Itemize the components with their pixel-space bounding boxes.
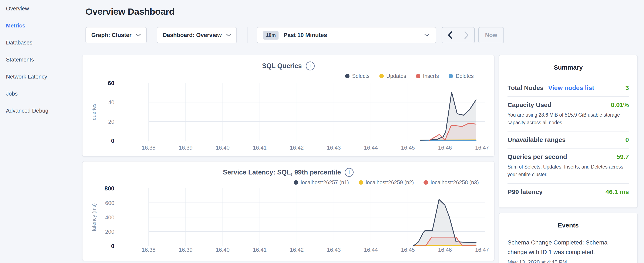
svg-text:16:41: 16:41	[253, 144, 266, 151]
svg-text:16:42: 16:42	[290, 247, 304, 253]
time-next-button[interactable]	[458, 28, 474, 43]
svg-text:16:39: 16:39	[179, 144, 193, 151]
graph-scope-dropdown[interactable]: Graph: Cluster	[86, 27, 147, 43]
summary-row-p99-latency: P99 latency 46.1 ms	[508, 183, 629, 200]
chevron-right-icon	[464, 31, 469, 39]
svg-text:16:41: 16:41	[253, 247, 266, 253]
svg-text:0: 0	[111, 137, 114, 144]
summary-row-capacity-used: Capacity Used 0.01% You are using 28.6 M…	[508, 96, 629, 131]
sql-queries-chart-card: SQL Queries i SelectsUpdatesInsertsDelet…	[82, 55, 494, 157]
svg-text:queries: queries	[91, 103, 97, 120]
chevron-down-icon	[424, 34, 430, 37]
sidebar-item-databases[interactable]: Databases	[0, 34, 82, 51]
page-title: Overview Dashboard	[86, 7, 174, 17]
service-latency-chart-card: Service Latency: SQL, 99th percentile i …	[82, 161, 494, 261]
now-button[interactable]: Now	[478, 27, 504, 43]
events-title: Events	[508, 222, 629, 229]
svg-text:16:47: 16:47	[475, 247, 489, 253]
summary-row-value: 0	[625, 136, 629, 143]
summary-row-unavailable-ranges: Unavailable ranges 0	[508, 131, 629, 148]
svg-text:800: 800	[104, 185, 114, 192]
event-list-item: Schema Change Completed: Schema change w…	[508, 238, 629, 263]
svg-text:16:46: 16:46	[438, 247, 452, 253]
events-panel: Events Schema Change Completed: Schema c…	[498, 213, 638, 263]
summary-row-queries-per-second: Queries per second 59.7 Sum of Selects, …	[508, 148, 629, 183]
sidebar: Overview Metrics Databases Statements Ne…	[0, 0, 82, 263]
time-range-dropdown[interactable]: 10m Past 10 Minutes	[257, 27, 436, 43]
summary-row-label: Total Nodes	[508, 84, 544, 92]
sql-queries-chart-plot[interactable]: 16:3816:3916:4016:4116:4216:4316:4416:45…	[82, 55, 495, 157]
sidebar-item-jobs[interactable]: Jobs	[0, 85, 82, 102]
svg-text:latency (ms): latency (ms)	[91, 203, 97, 231]
summary-title: Summary	[508, 64, 629, 71]
sidebar-item-advanced-debug[interactable]: Advanced Debug	[0, 102, 82, 119]
summary-row-value: 59.7	[616, 153, 629, 160]
svg-text:16:43: 16:43	[327, 247, 341, 253]
svg-text:16:45: 16:45	[401, 144, 415, 151]
time-range-badge: 10m	[263, 31, 278, 40]
svg-text:60: 60	[108, 80, 114, 86]
chevron-left-icon	[448, 31, 452, 39]
summary-row-label: Queries per second	[508, 153, 567, 160]
svg-text:16:43: 16:43	[327, 144, 341, 151]
toolbar-divider	[247, 27, 248, 43]
svg-text:16:40: 16:40	[216, 144, 230, 151]
svg-text:16:38: 16:38	[142, 247, 156, 253]
summary-row-label: Unavailable ranges	[508, 136, 566, 143]
summary-row-value: 3	[625, 84, 629, 92]
svg-text:16:38: 16:38	[142, 144, 156, 151]
svg-text:0: 0	[111, 243, 114, 249]
summary-row-label: Capacity Used	[508, 101, 552, 109]
app-root: Overview Metrics Databases Statements Ne…	[0, 0, 644, 263]
summary-row-description: You are using 28.6 MiB of 515.9 GiB usab…	[508, 111, 629, 126]
svg-text:16:39: 16:39	[179, 247, 193, 253]
svg-text:16:47: 16:47	[475, 144, 489, 151]
dashboard-dropdown-label: Dashboard: Overview	[163, 32, 222, 39]
event-timestamp: May 13, 2020 at 4:45 PM	[508, 259, 629, 263]
sidebar-item-metrics[interactable]: Metrics	[0, 17, 82, 34]
summary-row-value: 0.01%	[611, 101, 629, 109]
service-latency-chart-plot[interactable]: 16:3816:3916:4016:4116:4216:4316:4416:45…	[82, 161, 495, 261]
svg-text:20: 20	[108, 119, 114, 125]
summary-row-total-nodes: Total Nodes View nodes list 3	[508, 80, 629, 96]
svg-text:400: 400	[105, 214, 114, 221]
svg-text:200: 200	[105, 228, 114, 235]
summary-panel: Summary Total Nodes View nodes list 3 Ca…	[498, 55, 638, 208]
dashboard-dropdown[interactable]: Dashboard: Overview	[157, 27, 237, 43]
svg-text:16:45: 16:45	[401, 247, 415, 253]
time-nav-buttons	[442, 27, 475, 43]
svg-text:16:42: 16:42	[290, 144, 304, 151]
graph-scope-dropdown-label: Graph: Cluster	[91, 32, 132, 39]
svg-text:40: 40	[108, 99, 114, 106]
svg-text:16:40: 16:40	[216, 247, 230, 253]
svg-text:600: 600	[105, 200, 114, 206]
sidebar-item-overview[interactable]: Overview	[0, 0, 82, 17]
time-range-label: Past 10 Minutes	[284, 32, 327, 39]
sidebar-item-network-latency[interactable]: Network Latency	[0, 68, 82, 85]
view-nodes-list-link[interactable]: View nodes list	[548, 84, 594, 92]
sidebar-item-statements[interactable]: Statements	[0, 51, 82, 68]
chevron-down-icon	[226, 34, 231, 37]
summary-row-label: P99 latency	[508, 188, 542, 195]
summary-row-description: Sum of Selects, Updates, Inserts, and De…	[508, 163, 629, 178]
event-text: Schema Change Completed: Schema change w…	[508, 238, 610, 257]
svg-text:16:46: 16:46	[438, 144, 452, 151]
summary-row-value: 46.1 ms	[606, 188, 629, 195]
time-prev-button[interactable]	[442, 28, 458, 43]
svg-text:16:44: 16:44	[364, 144, 378, 151]
svg-text:16:44: 16:44	[364, 247, 378, 253]
chevron-down-icon	[136, 34, 141, 37]
